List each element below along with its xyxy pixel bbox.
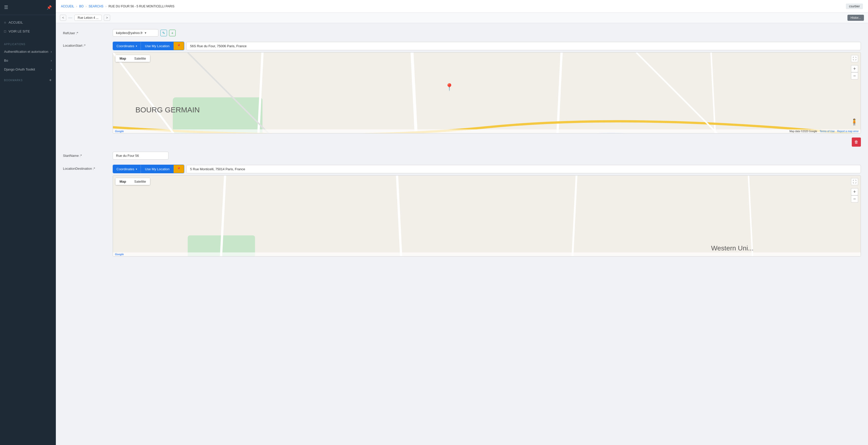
map-report-link[interactable]: Report a map error bbox=[837, 130, 859, 133]
edit-ref-user-button[interactable]: ✎ bbox=[160, 30, 167, 36]
breadcrumb-sep-3: › bbox=[105, 5, 106, 8]
prev-button[interactable]: < bbox=[60, 15, 66, 21]
topbar-right: csurbier bbox=[846, 4, 863, 9]
map-footer: Google Map data ©2020 Google Terms of Us… bbox=[113, 129, 861, 133]
add-bookmark-button[interactable]: + bbox=[49, 78, 52, 83]
map-tab-map[interactable]: Map bbox=[116, 55, 130, 62]
location-dest-controls-row: Coordinates ▾ Use My Location 📍 5 Rue Mo… bbox=[113, 165, 861, 173]
location-start-map[interactable]: 7TH ARR. ODÉON SORBONNE BOURG GERMAIN Ma… bbox=[113, 52, 861, 133]
dest-map-tab-satellite[interactable]: Satellite bbox=[130, 178, 150, 185]
sidebar-item-auth[interactable]: Authentification et autorisation › bbox=[0, 47, 56, 56]
sidebar-item-bo[interactable]: Bo › bbox=[0, 56, 56, 65]
breadcrumb-searchs[interactable]: SEARCHS bbox=[89, 5, 103, 8]
google-logo: Google bbox=[115, 130, 124, 133]
coordinates-button[interactable]: Coordinates ▾ bbox=[113, 42, 141, 50]
ref-user-selector: kalydeo@yahoo.fr ▾ ✎ + bbox=[113, 29, 861, 36]
history-button[interactable]: Histor... bbox=[847, 15, 864, 21]
dest-map-fullscreen-button[interactable]: ⛶ bbox=[851, 178, 858, 185]
dest-map-footer: Google bbox=[113, 252, 861, 256]
location-destination-map[interactable]: PARIS MAISON-BL... Western Uni... Map Sa… bbox=[113, 175, 861, 256]
breadcrumb-sep-2: › bbox=[86, 5, 87, 8]
map-zoom-in-button[interactable]: + bbox=[851, 65, 858, 72]
bookmarks-section: BOOKMARKS + bbox=[0, 74, 56, 84]
breadcrumb: ACCUEIL › BO › SEARCHS › RUE DU FOUR 56 … bbox=[61, 5, 174, 8]
map-zoom-out-button[interactable]: − bbox=[851, 72, 858, 80]
ref-user-control: kalydeo@yahoo.fr ▾ ✎ + bbox=[113, 29, 861, 36]
svg-line-24 bbox=[397, 176, 412, 256]
pin-icon[interactable]: 📌 bbox=[47, 5, 52, 10]
chevron-right-icon: › bbox=[51, 68, 52, 71]
ref-user-dropdown[interactable]: kalydeo@yahoo.fr ▾ bbox=[113, 29, 158, 36]
map-footer-links: Map data ©2020 Google Terms of Use Repor… bbox=[789, 130, 859, 133]
ref-user-row: RefUser :* kalydeo@yahoo.fr ▾ ✎ + bbox=[63, 29, 861, 36]
sidebar-nav: ○ ACCUEIL □ VOIR LE SITE bbox=[0, 15, 56, 39]
map-marker: 📍 bbox=[445, 83, 454, 91]
location-dest-address: 5 Rue Monticelli, 75014 Paris, France bbox=[186, 165, 861, 173]
breadcrumb-current: RUE DU FOUR 56 - 5 RUE MONTICELLI PARIS bbox=[108, 5, 174, 8]
dest-map-type-toggle: Map Satellite bbox=[116, 178, 150, 185]
location-start-controls-row: Coordinates ▾ Use My Location 📍 56S Rue … bbox=[113, 42, 861, 50]
map-terms-link[interactable]: Terms of Use bbox=[820, 130, 835, 133]
hamburger-icon[interactable]: ☰ bbox=[4, 5, 8, 10]
svg-text:BOURG GERMAIN: BOURG GERMAIN bbox=[135, 105, 200, 114]
breadcrumb-bo[interactable]: BO bbox=[79, 5, 84, 8]
navstrip-separator: — bbox=[68, 15, 72, 20]
dest-coordinates-dropdown-arrow-icon: ▾ bbox=[136, 168, 137, 170]
dest-google-logo: Google bbox=[115, 253, 124, 256]
svg-rect-0 bbox=[173, 97, 263, 133]
map-roads-svg: 7TH ARR. ODÉON SORBONNE BOURG GERMAIN bbox=[113, 53, 861, 133]
sidebar-item-accueil[interactable]: ○ ACCUEIL bbox=[0, 18, 56, 27]
ref-user-label: RefUser :* bbox=[63, 29, 108, 35]
coordinates-dropdown-arrow-icon: ▾ bbox=[136, 45, 137, 47]
sidebar-item-voir-le-site[interactable]: □ VOIR LE SITE bbox=[0, 27, 56, 36]
svg-line-9 bbox=[711, 53, 726, 133]
coordinates-group: Coordinates ▾ Use My Location 📍 bbox=[113, 42, 184, 50]
dest-location-pin-button[interactable]: 📍 bbox=[174, 165, 184, 173]
svg-line-25 bbox=[562, 176, 577, 256]
dest-map-zoom-in-button[interactable]: + bbox=[851, 188, 858, 195]
dropdown-chevron-icon: ▾ bbox=[145, 31, 147, 35]
dest-use-my-location-button[interactable]: Use My Location bbox=[141, 165, 174, 173]
applications-label: APPLICATIONS bbox=[0, 39, 56, 47]
delete-btn-wrapper: 🗑 bbox=[113, 135, 861, 147]
navstrip: < — Rue Lebon 4 ... > Histor... bbox=[56, 13, 868, 23]
map-zoom-controls: + − bbox=[851, 65, 858, 80]
next-button[interactable]: > bbox=[104, 15, 110, 21]
map-street-view-icon[interactable]: 🧍 bbox=[850, 119, 858, 126]
use-my-location-button[interactable]: Use My Location bbox=[141, 42, 174, 50]
dest-map-zoom-out-button[interactable]: − bbox=[851, 195, 858, 202]
delete-location-start-button[interactable]: 🗑 bbox=[852, 137, 861, 147]
sidebar-header: ☰ 📌 bbox=[0, 0, 56, 15]
voir-site-icon: □ bbox=[4, 29, 6, 33]
map-fullscreen-button[interactable]: ⛶ bbox=[851, 55, 858, 62]
chevron-right-icon: › bbox=[51, 50, 52, 54]
dest-coordinates-button[interactable]: Coordinates ▾ bbox=[113, 165, 141, 173]
current-page-indicator: Rue Lebon 4 ... bbox=[74, 15, 102, 21]
main-content: ACCUEIL › BO › SEARCHS › RUE DU FOUR 56 … bbox=[56, 0, 868, 445]
dest-map-roads-svg: PARIS MAISON-BL... Western Uni... bbox=[113, 176, 861, 256]
start-name-control bbox=[113, 152, 861, 160]
breadcrumb-sep-1: › bbox=[76, 5, 77, 8]
chevron-right-icon: › bbox=[51, 59, 52, 62]
topbar: ACCUEIL › BO › SEARCHS › RUE DU FOUR 56 … bbox=[56, 0, 868, 13]
location-start-row: LocationStart :* Coordinates ▾ Use My Lo… bbox=[63, 42, 861, 147]
map-tab-satellite[interactable]: Satellite bbox=[130, 55, 150, 62]
add-ref-user-button[interactable]: + bbox=[169, 30, 176, 36]
map-type-toggle: Map Satellite bbox=[116, 55, 150, 62]
dest-map-zoom-controls: + − bbox=[851, 188, 858, 202]
svg-text:Western Uni...: Western Uni... bbox=[711, 244, 753, 252]
sidebar-item-django-oauth[interactable]: Django OAuth Toolkit › bbox=[0, 65, 56, 74]
start-name-row: StartName :* bbox=[63, 152, 861, 160]
location-start-control: Coordinates ▾ Use My Location 📍 56S Rue … bbox=[113, 42, 861, 147]
user-badge: csurbier bbox=[846, 4, 863, 9]
sidebar: ☰ 📌 ○ ACCUEIL □ VOIR LE SITE APPLICATION… bbox=[0, 0, 56, 445]
location-start-label: LocationStart :* bbox=[63, 42, 108, 47]
location-pin-button[interactable]: 📍 bbox=[174, 42, 184, 50]
breadcrumb-accueil[interactable]: ACCUEIL bbox=[61, 5, 74, 8]
map-attribution: Map data ©2020 Google bbox=[789, 130, 817, 133]
dest-coordinates-group: Coordinates ▾ Use My Location 📍 bbox=[113, 165, 184, 173]
accueil-icon: ○ bbox=[4, 21, 6, 24]
dest-map-tab-map[interactable]: Map bbox=[116, 178, 130, 185]
location-destination-control: Coordinates ▾ Use My Location 📍 5 Rue Mo… bbox=[113, 165, 861, 258]
start-name-input[interactable] bbox=[113, 152, 168, 160]
